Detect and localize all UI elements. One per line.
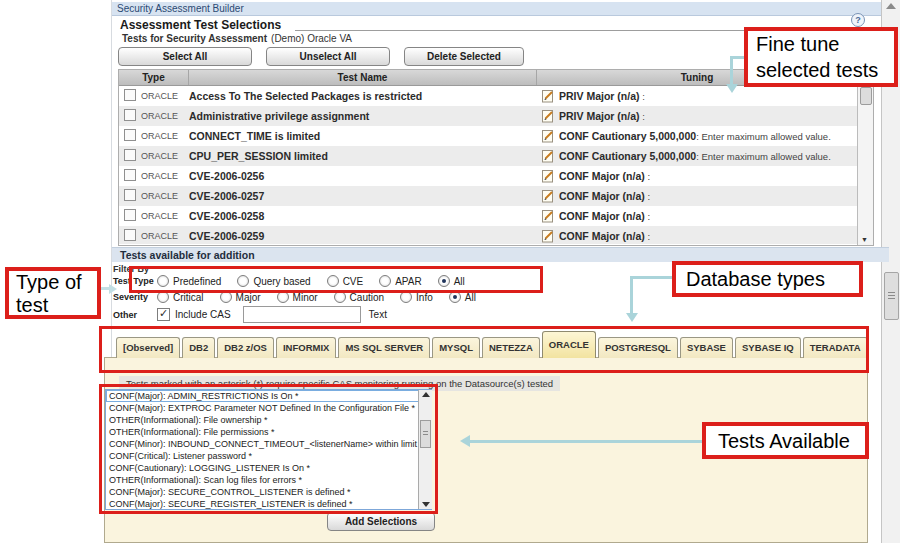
tests-available-arrowhead bbox=[460, 435, 470, 447]
edit-tuning-icon[interactable] bbox=[537, 189, 559, 203]
pencil-note-icon bbox=[542, 169, 555, 183]
row-test-name: Administrative privilege assignment bbox=[189, 110, 537, 122]
row-checkbox-cell bbox=[119, 127, 141, 145]
pencil-note-icon bbox=[542, 109, 555, 123]
row-checkbox[interactable] bbox=[124, 229, 136, 241]
fine-tune-arrowhead bbox=[726, 84, 738, 93]
annotation-line: Fine tune bbox=[756, 31, 894, 57]
tuning-value: CONF Major (n/a) bbox=[559, 230, 645, 242]
tuning-note: : bbox=[645, 231, 650, 242]
row-checkbox-cell bbox=[119, 87, 141, 105]
annotation-line: test bbox=[16, 294, 97, 317]
row-tuning: CONF Major (n/a) : bbox=[559, 230, 873, 242]
radio-label: Major bbox=[236, 292, 261, 303]
annotation-line: selected tests bbox=[756, 57, 894, 83]
row-tuning: CONF Cautionary 5,000,000: Enter maximum… bbox=[559, 130, 873, 142]
filter-text-input[interactable] bbox=[243, 306, 361, 323]
column-header-type[interactable]: Type bbox=[119, 70, 189, 85]
table-scroll-down-icon[interactable]: ▼ bbox=[861, 236, 868, 243]
page-scrollbar-thumb[interactable] bbox=[884, 272, 899, 320]
pencil-note-icon bbox=[542, 129, 555, 143]
window-title: Security Assessment Builder bbox=[112, 2, 886, 16]
edit-tuning-icon[interactable] bbox=[537, 169, 559, 183]
radio-label: Info bbox=[416, 292, 433, 303]
tuning-note: : Enter maximum allowed value. bbox=[696, 131, 831, 142]
tuning-note: : Enter maximum allowed value. bbox=[696, 151, 831, 162]
row-type: ORACLE bbox=[141, 151, 189, 161]
row-checkbox[interactable] bbox=[124, 169, 136, 181]
tuning-note: : bbox=[645, 171, 650, 182]
edit-tuning-icon[interactable] bbox=[537, 229, 559, 243]
row-checkbox-cell bbox=[119, 167, 141, 185]
other-filter-row: Other Include CAS Text bbox=[113, 306, 387, 323]
edit-tuning-icon[interactable] bbox=[537, 89, 559, 103]
tuning-value: CONF Cautionary 5,000,000 bbox=[559, 130, 696, 142]
tuning-note: : bbox=[645, 191, 650, 202]
row-test-name: CVE-2006-0258 bbox=[189, 210, 537, 222]
annotation-fine-tune: Fine tune selected tests bbox=[744, 27, 898, 87]
delete-selected-button[interactable]: Delete Selected bbox=[404, 47, 524, 66]
tests-available-arrow-line bbox=[470, 440, 702, 443]
row-type: ORACLE bbox=[141, 191, 189, 201]
tuning-note: : bbox=[640, 91, 645, 102]
select-all-button[interactable]: Select All bbox=[118, 47, 252, 66]
annotation-tests-available: Tests Available bbox=[702, 422, 869, 459]
row-checkbox[interactable] bbox=[124, 189, 136, 201]
edit-tuning-icon[interactable] bbox=[537, 149, 559, 163]
tuning-value: CONF Major (n/a) bbox=[559, 170, 645, 182]
scroll-up-icon[interactable] bbox=[886, 3, 896, 9]
database-types-arrow-line bbox=[630, 276, 672, 279]
other-label: Other bbox=[113, 310, 157, 320]
annotation-type-of-test: Type of test bbox=[5, 267, 101, 319]
selected-tests-table: Type Test Name Tuning ORACLE Access To T… bbox=[118, 69, 874, 246]
pencil-note-icon bbox=[542, 209, 555, 223]
highlight-box-database-tabs bbox=[99, 326, 869, 373]
row-checkbox[interactable] bbox=[124, 209, 136, 221]
section-title-assessment-test-selections: Assessment Test Selections bbox=[120, 18, 281, 32]
row-checkbox[interactable] bbox=[124, 149, 136, 161]
row-checkbox-cell bbox=[119, 147, 141, 165]
row-checkbox-cell bbox=[119, 207, 141, 225]
include-cas-checkbox[interactable] bbox=[157, 308, 170, 321]
row-checkbox-cell bbox=[119, 227, 141, 244]
unselect-all-button[interactable]: Unselect All bbox=[266, 47, 390, 66]
table-scrollbar[interactable]: ▼ bbox=[857, 85, 873, 245]
selection-toolbar: Select All Unselect All Delete Selected bbox=[118, 47, 524, 66]
tuning-value: PRIV Major (n/a) bbox=[559, 90, 640, 102]
row-checkbox-cell bbox=[119, 107, 141, 125]
help-icon[interactable]: ? bbox=[851, 13, 865, 27]
row-checkbox[interactable] bbox=[124, 89, 136, 101]
tuning-note: : bbox=[645, 211, 650, 222]
edit-tuning-icon[interactable] bbox=[537, 209, 559, 223]
type-of-test-arrowhead bbox=[109, 284, 117, 294]
table-scrollbar-thumb[interactable] bbox=[860, 87, 872, 105]
edit-tuning-icon[interactable] bbox=[537, 109, 559, 123]
annotation-database-types: Database types bbox=[672, 261, 863, 297]
tuning-value: CONF Major (n/a) bbox=[559, 210, 645, 222]
assessment-subtitle: Tests for Security Assessment(Demo) Orac… bbox=[122, 33, 352, 44]
row-type: ORACLE bbox=[141, 91, 189, 101]
table-row: ORACLE CVE-2006-0259 CONF Major (n/a) : bbox=[119, 226, 873, 244]
tuning-value: CONF Cautionary 5,000,000 bbox=[559, 150, 696, 162]
table-row: ORACLE CVE-2006-0258 CONF Major (n/a) : bbox=[119, 206, 873, 226]
row-tuning: CONF Major (n/a) : bbox=[559, 210, 873, 222]
pencil-note-icon bbox=[542, 189, 555, 203]
add-selections-button[interactable]: Add Selections bbox=[327, 512, 435, 531]
subtitle-strong: Tests for Security Assessment bbox=[122, 33, 267, 44]
row-type: ORACLE bbox=[141, 211, 189, 221]
edit-tuning-icon[interactable] bbox=[537, 129, 559, 143]
row-test-name: CVE-2006-0259 bbox=[189, 230, 537, 242]
row-checkbox[interactable] bbox=[124, 129, 136, 141]
highlight-box-test-type bbox=[129, 266, 543, 293]
column-header-test-name[interactable]: Test Name bbox=[189, 70, 537, 85]
radio-label: Caution bbox=[350, 292, 384, 303]
row-test-name: CVE-2006-0257 bbox=[189, 190, 537, 202]
subtitle-normal: (Demo) Oracle VA bbox=[271, 33, 352, 44]
row-checkbox[interactable] bbox=[124, 109, 136, 121]
database-types-arrow-line bbox=[630, 276, 633, 314]
annotation-line: Type of bbox=[16, 271, 97, 294]
radio-label: Minor bbox=[293, 292, 318, 303]
tuning-value: PRIV Major (n/a) bbox=[559, 110, 640, 122]
radio-label: All bbox=[465, 292, 476, 303]
row-checkbox-cell bbox=[119, 187, 141, 205]
